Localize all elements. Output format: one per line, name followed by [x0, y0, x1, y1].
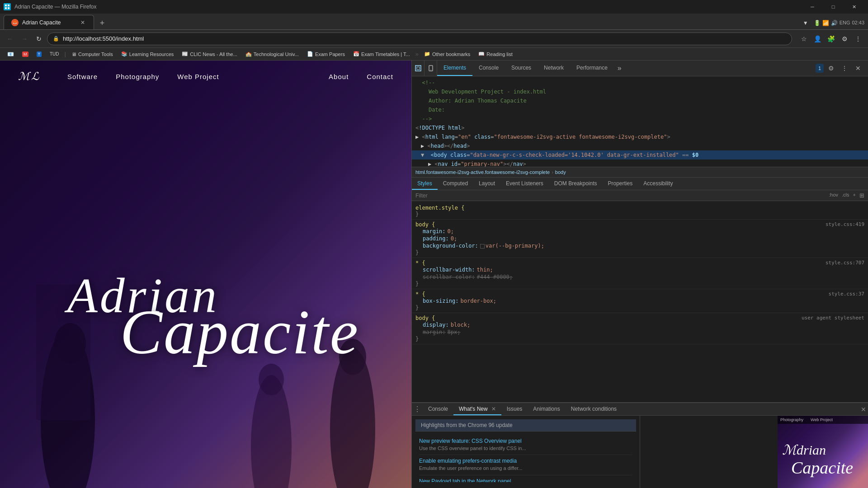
color-swatch[interactable]: [480, 244, 485, 249]
styles-tab-layout[interactable]: Layout: [473, 178, 500, 190]
minimize-button[interactable]: ─: [802, 0, 823, 14]
dom-doctype[interactable]: <!DOCTYPE html>: [412, 123, 868, 132]
css-rules-content: element.style { } body {style.css:419 ma…: [412, 201, 868, 402]
bottom-panel-menu[interactable]: ⋮: [412, 405, 423, 413]
prop-name: background-color:: [423, 243, 478, 249]
reload-button[interactable]: ↻: [33, 33, 45, 45]
profile-button[interactable]: 👤: [811, 33, 824, 45]
prop-value: block;: [451, 322, 470, 328]
prop-name: margin:: [423, 329, 446, 335]
dom-head-tag[interactable]: ▶ <head></head>: [412, 141, 868, 150]
svg-rect-12: [417, 67, 420, 70]
tab-search-button[interactable]: ▼: [799, 17, 812, 29]
what-new-item-payload: New Payload tab in the Network panel A n…: [419, 475, 632, 482]
close-button[interactable]: ✕: [844, 0, 864, 14]
tab-network[interactable]: Network: [538, 61, 570, 76]
prop-value: 8px;: [448, 329, 461, 335]
tab-performance[interactable]: Performance: [570, 61, 614, 76]
css-rule-body: body {style.css:419 margin: 0; padding: …: [412, 220, 868, 258]
dom-comment: <!--: [412, 78, 868, 87]
whats-new-close[interactable]: ✕: [491, 406, 496, 412]
prop-name: scrollbar-color:: [423, 274, 475, 280]
bottom-panel-close[interactable]: ✕: [859, 406, 868, 413]
system-tray: 🔋 📶 🔊 ENG 02:43: [814, 20, 864, 26]
dom-body-tag[interactable]: ▼ <body class="data-new-gr-c-s-check-loa…: [412, 150, 868, 160]
css-selector: element.style {: [415, 205, 464, 211]
devtools-close-button[interactable]: ✕: [852, 62, 864, 75]
bookmark-mail[interactable]: 📧: [4, 50, 18, 58]
refresh-styles-button[interactable]: ⊞: [859, 192, 864, 199]
bookmark-item[interactable]: M: [19, 51, 32, 58]
devtools-toggle-button[interactable]: ⚙: [838, 33, 851, 45]
tab-more-button[interactable]: »: [614, 64, 625, 72]
devtools-settings-button[interactable]: ⚙: [825, 62, 837, 75]
address-bar[interactable]: 🔒 http://localhost:5500/index.html: [47, 33, 792, 45]
what-new-title-contrast[interactable]: Enable emulating prefers-contrast media: [419, 458, 632, 464]
bottom-tab-network-conditions[interactable]: Network conditions: [566, 403, 622, 415]
back-button[interactable]: ←: [4, 33, 16, 45]
what-new-title-css[interactable]: New preview feature: CSS Overview panel: [419, 438, 632, 444]
dom-html-tag[interactable]: ▶ <html lang="en" class="fontawesome-i2s…: [412, 132, 868, 141]
devtools-vertical-dots[interactable]: ⋮: [838, 62, 851, 75]
maximize-button[interactable]: □: [823, 0, 844, 14]
extensions-button[interactable]: 🧩: [825, 33, 837, 45]
bookmark-tech-uni[interactable]: 🏫Technological Univ...: [242, 50, 302, 58]
devtools-inspect-button[interactable]: [412, 61, 425, 76]
bookmark-reading[interactable]: 📖Reading list: [475, 50, 516, 58]
nav-contact[interactable]: Contact: [367, 73, 393, 80]
devtools-toolbar: Elements Console Sources Network Perform…: [412, 61, 868, 76]
bottom-tab-whats-new[interactable]: What's New ✕: [453, 403, 501, 415]
breadcrumb-html[interactable]: html.fontawesome-i2svg-active.fontawesom…: [415, 169, 550, 175]
forward-button[interactable]: →: [18, 33, 31, 45]
nav-photography[interactable]: Photography: [116, 73, 159, 80]
dom-tree-viewer: <!-- Web Development Project - index.htm…: [412, 76, 868, 167]
dom-nav-tag[interactable]: ▶ <nav id="primary-nav"></nav>: [412, 160, 868, 167]
what-new-title-payload[interactable]: New Payload tab in the Network panel: [419, 478, 632, 482]
styles-tab-styles[interactable]: Styles: [412, 178, 438, 190]
what-new-item-contrast: Enable emulating prefers-contrast media …: [419, 455, 632, 475]
bottom-tab-issues[interactable]: Issues: [501, 403, 528, 415]
styles-tab-properties[interactable]: Properties: [603, 178, 638, 190]
devtools-device-button[interactable]: [425, 61, 437, 76]
styles-tab-computed[interactable]: Computed: [438, 178, 473, 190]
menu-button[interactable]: ⋮: [852, 33, 864, 45]
tab-label: Adrian Capacite: [22, 19, 61, 26]
styles-tab-accessibility[interactable]: Accessibility: [638, 178, 678, 190]
css-close-brace: }: [415, 336, 419, 342]
prop-value: #444 #0000;: [477, 274, 513, 280]
browser-tab[interactable]: 🦊 Adrian Capacite ✕: [4, 15, 94, 29]
styles-tab-event-listeners[interactable]: Event Listeners: [500, 178, 549, 190]
whats-new-label: What's New: [459, 406, 488, 412]
prop-value: border-box;: [460, 298, 496, 304]
nav-about[interactable]: About: [329, 73, 349, 80]
cls-toggle[interactable]: .cls: [842, 192, 849, 199]
new-tab-button[interactable]: +: [96, 17, 108, 29]
svg-rect-0: [5, 5, 7, 6]
bookmark-exam-papers[interactable]: 📄Exam Papers: [303, 50, 349, 58]
bottom-tab-console[interactable]: Console: [423, 403, 453, 415]
bookmark-learning[interactable]: 📚Learning Resources: [118, 50, 177, 58]
css-selector-star-37: * {: [415, 291, 425, 297]
prop-name: scrollbar-width:: [423, 267, 475, 273]
tab-elements[interactable]: Elements: [437, 61, 472, 76]
bookmark-tud[interactable]: TUD: [46, 51, 63, 57]
bookmark-clic[interactable]: 📰CLIC News - All the...: [178, 50, 241, 58]
tab-console[interactable]: Console: [472, 61, 505, 76]
bookmark-separator: |: [65, 51, 66, 57]
bookmark-button[interactable]: ☆: [797, 33, 810, 45]
nav-software[interactable]: Software: [67, 73, 98, 80]
tab-close-button[interactable]: ✕: [79, 19, 86, 26]
bookmark-exam-timetables[interactable]: 📅Exam Timetables | T...: [349, 50, 414, 58]
bookmark-computer-tools[interactable]: 🖥Computer Tools: [68, 51, 117, 58]
bookmark-item[interactable]: T: [33, 51, 46, 58]
bookmark-other[interactable]: 📁Other bookmarks: [420, 50, 474, 58]
hover-toggle[interactable]: :hov: [829, 192, 838, 199]
tab-sources[interactable]: Sources: [505, 61, 538, 76]
windows-icon[interactable]: [4, 3, 11, 10]
bottom-tab-animations[interactable]: Animations: [528, 403, 565, 415]
nav-web-project[interactable]: Web Project: [177, 73, 219, 80]
styles-tab-dom-breakpoints[interactable]: DOM Breakpoints: [549, 178, 603, 190]
add-rule-button[interactable]: +: [853, 192, 856, 199]
styles-filter-input[interactable]: [415, 192, 829, 199]
breadcrumb-body[interactable]: body: [555, 169, 566, 175]
